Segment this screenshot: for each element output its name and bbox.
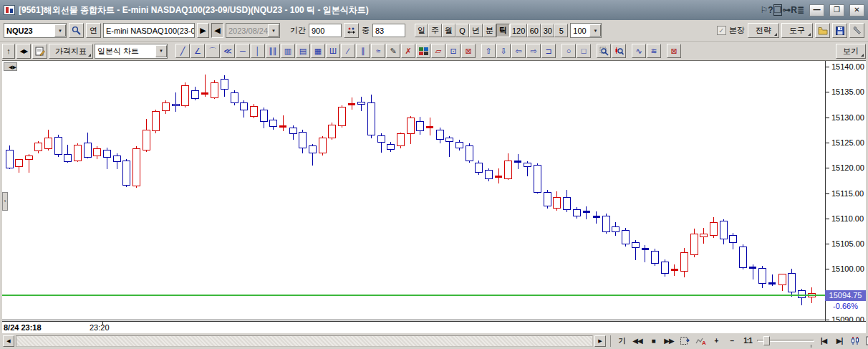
titlebar[interactable]: [9561]해외선물 종합차트 - E-mini NASDAQ100(23-09… — [0, 0, 868, 20]
zoom-out-button[interactable]: − — [725, 335, 738, 348]
flag-icon[interactable]: ⚐ — [760, 5, 768, 15]
zoom-slider[interactable] — [757, 335, 814, 346]
close-button[interactable]: ✕ — [849, 4, 864, 16]
period-input[interactable] — [309, 24, 342, 37]
symbol-search-button[interactable] — [69, 23, 84, 38]
chart-edit-button[interactable] — [32, 44, 47, 59]
continuous-contract-button[interactable]: 연 — [86, 23, 101, 38]
date-dropdown-icon[interactable] — [268, 24, 279, 37]
period-extend-button[interactable] — [344, 23, 359, 38]
candlestick-plot[interactable] — [2, 61, 825, 321]
scroll-left-button[interactable]: ◀ — [3, 335, 14, 347]
tick-count-dropdown-icon[interactable] — [589, 24, 601, 37]
circle-tool-icon[interactable]: ○ — [561, 44, 576, 58]
save-chart-button[interactable] — [832, 23, 847, 38]
exit-marker-tool-icon[interactable]: ⊐ — [541, 44, 556, 58]
open-chart-button[interactable] — [815, 23, 830, 38]
symbol-combo[interactable]: NQU23 — [4, 23, 67, 38]
select-edit-tool-icon[interactable]: ⊡ — [446, 44, 460, 58]
interval-button-120[interactable]: 120 — [510, 24, 527, 37]
left-splitter-handle[interactable]: › — [2, 192, 8, 211]
chart-close-tool-icon[interactable]: ⊠ — [667, 44, 681, 58]
analysis-setting-tool-icon[interactable]: ✗ — [401, 44, 415, 58]
interval-button-분[interactable]: 분 — [483, 24, 496, 37]
minimize-button[interactable]: — — [809, 4, 824, 16]
price-axis[interactable]: 15140.0015135.0015130.0015125.0015120.00… — [825, 61, 866, 321]
grid-line-tool-icon[interactable]: ▥ — [281, 44, 295, 58]
scale-up-button[interactable]: ↑ — [2, 44, 15, 59]
go-last-button[interactable]: ▶| — [833, 335, 846, 348]
settings-button[interactable] — [849, 23, 864, 38]
vertical-line-tool-icon[interactable]: │ — [251, 44, 265, 58]
channel-tool-icon[interactable]: Ш — [326, 44, 340, 58]
chart-scrollbar-track[interactable] — [16, 335, 593, 347]
arrow-right-tool-icon[interactable]: ⇨ — [526, 44, 541, 58]
instrument-field[interactable]: E-mini NASDAQ100(23-0 — [103, 23, 195, 38]
zoom-candle-tool-icon[interactable] — [612, 44, 626, 58]
fast-forward-button[interactable]: ▶▶ — [662, 335, 675, 348]
mini-line-chart-tool-icon[interactable]: ∿ — [632, 44, 646, 58]
chart-scale-button[interactable]: A — [694, 335, 707, 348]
candle-style-button[interactable] — [849, 335, 862, 348]
arrow-left-tool-icon[interactable]: ⇦ — [511, 44, 526, 58]
chart-area[interactable]: 15140.0015135.0015130.0015125.0015120.00… — [2, 60, 866, 333]
window-list-icon[interactable]: ≣ — [797, 5, 804, 15]
interval-button-월[interactable]: 월 — [442, 24, 455, 37]
maximize-button[interactable]: ❐ — [829, 4, 844, 16]
pencil-tool-icon[interactable]: ✎ — [386, 44, 400, 58]
palette-tool-icon[interactable] — [416, 44, 430, 58]
fast-backward-button[interactable]: ◀◀ — [631, 335, 644, 348]
slider-handle[interactable] — [763, 336, 770, 345]
chart-type-dropdown-icon[interactable] — [155, 45, 167, 57]
symbol-dropdown-icon[interactable] — [54, 24, 66, 37]
rectangle-tool-icon[interactable]: □ — [577, 44, 591, 58]
delete-all-tool-icon[interactable]: ⊠ — [461, 44, 476, 58]
pane-expand-button[interactable]: ◀▶ — [4, 62, 17, 71]
zoom-in-button[interactable]: + — [710, 335, 723, 348]
auto-scroll-button[interactable] — [678, 335, 691, 348]
compare-chart-tool-icon[interactable]: ≋ — [647, 44, 661, 58]
chart-type-combo[interactable]: 일본식 차트 — [95, 44, 168, 59]
wave-line-tool-icon[interactable]: ≈ — [371, 44, 385, 58]
help-icon[interactable]: ? — [768, 5, 773, 15]
arrow-down-tool-icon[interactable]: ⇩ — [496, 44, 511, 58]
tick-count-combo[interactable]: 100 — [570, 23, 602, 38]
count-input[interactable] — [372, 24, 405, 37]
point-line-tool-icon[interactable]: ∕ — [341, 44, 355, 58]
gi-button[interactable]: 기 — [615, 335, 628, 348]
tools-button[interactable]: 도구 — [781, 23, 813, 38]
strategy-button[interactable]: 전략 — [748, 23, 779, 38]
interval-button-일[interactable]: 일 — [415, 24, 428, 37]
interval-button-30[interactable]: 30 — [541, 24, 554, 37]
interval-button-년[interactable]: 년 — [469, 24, 483, 37]
interval-button-Q[interactable]: Q — [455, 24, 469, 37]
go-first-button[interactable]: |◀ — [817, 335, 830, 348]
restore-window-icon[interactable]: ❐ — [773, 4, 783, 16]
horizontal-line-tool-icon[interactable]: ─ — [236, 44, 250, 58]
trend-line-tool-icon[interactable]: ╱ — [175, 44, 190, 58]
r-mode-icon[interactable]: R — [791, 5, 797, 15]
interval-button-틱[interactable]: 틱 — [496, 24, 510, 37]
view-button[interactable]: 보기 — [836, 44, 866, 59]
date-combo[interactable]: 2023/08/24 — [226, 23, 280, 38]
zoom-area-tool-icon[interactable] — [597, 44, 611, 58]
table-tool-icon[interactable]: ▤ — [296, 44, 310, 58]
list-box-tool-icon[interactable]: ▦ — [311, 44, 325, 58]
pin-icon[interactable]: ⊶ — [782, 5, 791, 15]
interval-button-60[interactable]: 60 — [527, 24, 541, 37]
cycle-line-tool-icon[interactable]: ∥∥ — [266, 44, 280, 58]
arc-tool-icon[interactable]: ⌒ — [206, 44, 220, 58]
parallel-line-tool-icon[interactable]: ∥ — [356, 44, 370, 58]
scroll-right-button[interactable]: ▶ — [594, 335, 606, 347]
next-contract-button[interactable]: ▶ — [197, 23, 209, 38]
interval-button-주[interactable]: 주 — [428, 24, 442, 37]
chart-edit-button[interactable] — [864, 335, 868, 348]
prev-contract-button[interactable]: ◀ — [211, 23, 223, 38]
arrow-up-tool-icon[interactable]: ⇧ — [481, 44, 496, 58]
session-checkbox[interactable]: ✓ — [717, 26, 726, 35]
angle-line-tool-icon[interactable]: ∠ — [191, 44, 205, 58]
price-indicator-button[interactable]: 가격지표 — [49, 44, 93, 59]
expand-width-button[interactable]: ◀▶ — [16, 44, 31, 59]
interval-button-5[interactable]: 5 — [554, 24, 568, 37]
fan-line-tool-icon[interactable]: ≪ — [221, 44, 235, 58]
